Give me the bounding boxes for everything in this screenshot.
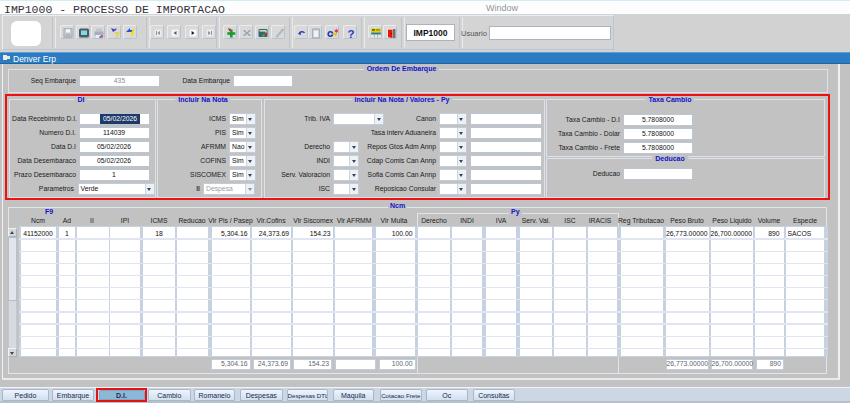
svg-text:?: ? bbox=[347, 28, 354, 40]
svg-text:?: ? bbox=[115, 30, 121, 39]
